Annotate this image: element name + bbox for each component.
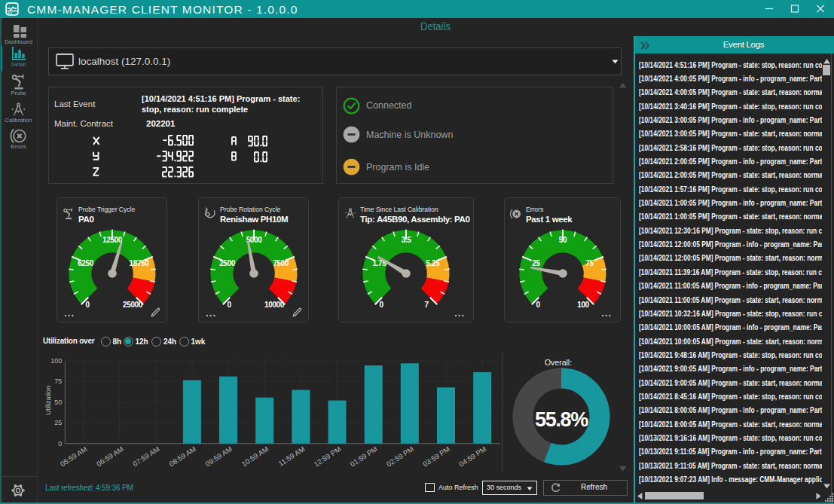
svg-text:100: 100 [50,357,62,365]
svg-text:50: 50 [559,236,567,244]
svg-text:25: 25 [532,259,540,267]
svg-text:06:59 AM: 06:59 AM [95,444,125,468]
svg-text:25000: 25000 [123,301,143,309]
svg-text:75: 75 [585,259,594,267]
svg-text:01:59 PM: 01:59 PM [349,444,379,468]
svg-text:07:59 AM: 07:59 AM [131,444,161,468]
svg-text:0: 0 [85,301,90,309]
svg-text:12:59 PM: 12:59 PM [312,444,342,468]
svg-text:75: 75 [54,377,62,385]
svg-text:50: 50 [54,399,62,406]
svg-text:0: 0 [379,301,383,309]
svg-text:10:59 AM: 10:59 AM [240,444,270,468]
svg-text:25: 25 [54,419,62,426]
svg-text:09:59 AM: 09:59 AM [203,444,234,468]
svg-text:0: 0 [536,301,540,309]
svg-text:11:59 AM: 11:59 AM [276,444,306,468]
svg-text:12500: 12500 [102,236,123,244]
svg-text:100: 100 [577,301,589,309]
svg-text:7500: 7500 [273,259,289,267]
svg-text:10000: 10000 [264,301,285,309]
svg-text:2500: 2500 [219,259,235,267]
svg-text:Utilization: Utilization [44,386,52,415]
svg-text:0: 0 [58,440,62,447]
svg-text:5.25: 5.25 [426,259,441,267]
svg-text:18750: 18750 [130,259,150,267]
svg-text:04:59 PM: 04:59 PM [457,444,487,468]
svg-text:03:59 PM: 03:59 PM [421,444,451,468]
svg-text:6250: 6250 [78,259,93,267]
svg-text:02:59 PM: 02:59 PM [385,444,415,468]
svg-text:08:59 AM: 08:59 AM [167,444,197,468]
svg-text:0: 0 [227,301,231,309]
svg-text:3.5: 3.5 [402,236,412,244]
svg-text:05:59 AM: 05:59 AM [59,444,89,468]
svg-text:7: 7 [424,301,429,309]
